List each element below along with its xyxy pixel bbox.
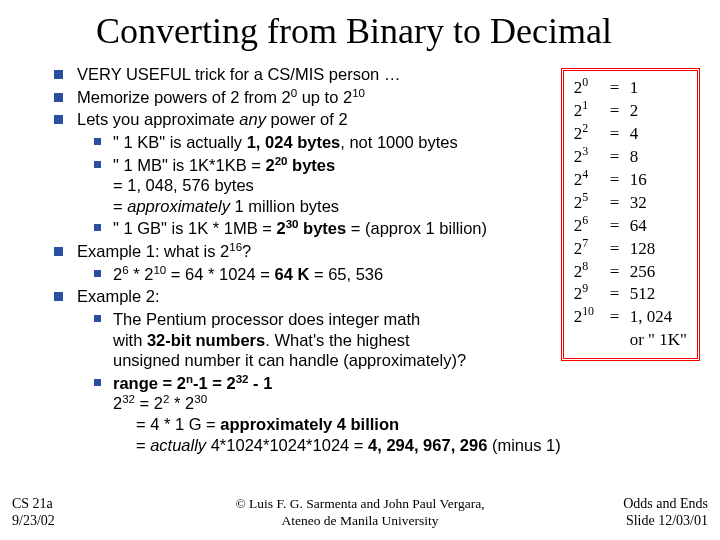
sub-bullet-text: " 1 GB" is 1K * 1MB = 230 bytes = (appro… — [113, 218, 487, 239]
sub-bullet-text: 26 * 210 = 64 * 1024 = 64 K = 65, 536 — [113, 264, 383, 285]
powers-or-line: or " 1K" — [574, 329, 687, 352]
slide-title: Converting from Binary to Decimal — [0, 0, 720, 64]
sub-bullet-icon — [94, 379, 101, 386]
sub-bullet-text: " 1 KB" is actually 1, 024 bytes, not 10… — [113, 132, 458, 153]
footer-right: Odds and EndsSlide 12/03/01 — [623, 496, 708, 530]
footer-center: © Luis F. G. Sarmenta and John Paul Verg… — [0, 496, 720, 530]
bullet-icon — [54, 115, 63, 124]
bullet-icon — [54, 247, 63, 256]
bullet-text: Memorize powers of 2 from 20 up to 210 — [77, 87, 365, 108]
bullet-icon — [54, 70, 63, 79]
bullet-icon — [54, 292, 63, 301]
sub-bullet-text: " 1 MB" is 1K*1KB = 220 bytes = 1, 048, … — [113, 155, 339, 217]
sub-bullet-icon — [94, 270, 101, 277]
sub-bullet-icon — [94, 315, 101, 322]
sub-bullet-text: range = 2n-1 = 232 - 1 232 = 22 * 230 = … — [113, 373, 561, 456]
bullet-text: Example 2: — [77, 286, 160, 307]
powers-of-two-box: 20=1 21=2 22=4 23=8 24=16 25=32 26=64 27… — [561, 68, 700, 361]
bullet-text: VERY USEFUL trick for a CS/MIS person … — [77, 64, 400, 85]
sub-bullet-icon — [94, 161, 101, 168]
bullet-icon — [54, 93, 63, 102]
sub-bullet-icon — [94, 138, 101, 145]
bullet-text: Lets you approximate any power of 2 — [77, 109, 348, 130]
sub-bullet-text: The Pentium processor does integer math … — [113, 309, 466, 371]
sub-bullet-icon — [94, 224, 101, 231]
bullet-text: Example 1: what is 216? — [77, 241, 251, 262]
